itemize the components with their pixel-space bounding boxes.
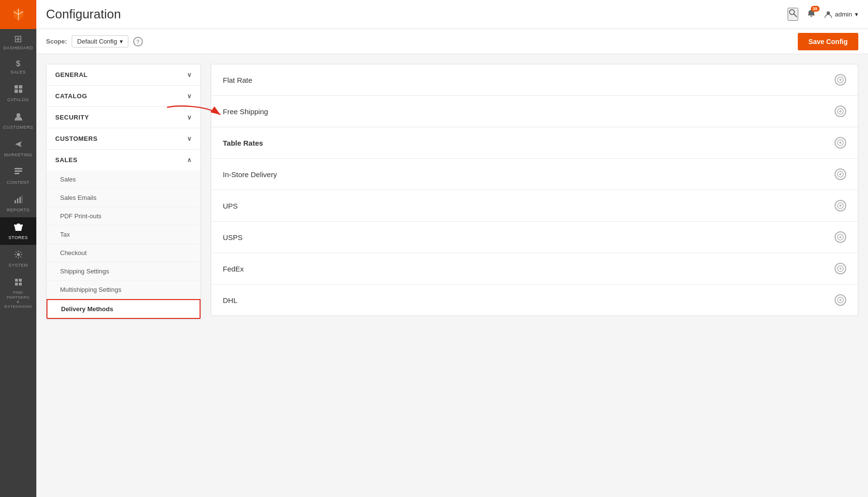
config-row-fedex[interactable]: FedEx xyxy=(211,253,858,285)
top-bar-right: 38 admin ▾ xyxy=(788,8,858,21)
stores-icon xyxy=(14,222,23,233)
svg-rect-2 xyxy=(15,90,18,93)
config-row-free-shipping[interactable]: Free Shipping xyxy=(211,96,858,127)
svg-rect-13 xyxy=(15,279,18,282)
sidebar-item-find-partners[interactable]: FIND PARTNERS& EXTENSIONS xyxy=(0,272,36,314)
sidebar-item-content[interactable]: CONTENT xyxy=(0,162,36,190)
svg-line-18 xyxy=(794,14,797,17)
config-sub-checkout[interactable]: Checkout xyxy=(46,244,201,262)
find-partners-icon xyxy=(14,277,23,288)
scope-dropdown[interactable]: Default Config ▾ xyxy=(72,35,128,47)
sidebar-item-marketing[interactable]: MARKETING xyxy=(0,135,36,162)
svg-rect-6 xyxy=(15,170,22,172)
svg-point-12 xyxy=(17,253,20,256)
free-shipping-title: Free Shipping xyxy=(223,107,268,116)
config-row-usps[interactable]: USPS xyxy=(211,222,858,253)
svg-rect-3 xyxy=(19,90,22,93)
config-section-catalog[interactable]: CATALOG ∨ xyxy=(46,86,201,107)
usps-title: USPS xyxy=(223,233,243,241)
scope-help-icon[interactable]: ? xyxy=(133,37,143,46)
config-sub-sales[interactable]: Sales xyxy=(46,170,201,189)
admin-dropdown-icon: ▾ xyxy=(855,11,858,18)
svg-rect-10 xyxy=(19,197,21,203)
svg-rect-1 xyxy=(19,85,22,89)
scope-label: Scope: xyxy=(46,38,67,45)
scope-left: Scope: Default Config ▾ ? xyxy=(46,35,143,47)
admin-username: admin xyxy=(835,11,852,18)
scope-value: Default Config xyxy=(77,38,117,45)
config-row-ups[interactable]: UPS xyxy=(211,190,858,222)
system-label: SYSTEM xyxy=(8,263,28,268)
marketing-icon xyxy=(14,139,23,151)
sidebar-item-sales[interactable]: $ SALES xyxy=(0,55,36,79)
config-panel-wrapper: Flat Rate Free Shipping Table Rates xyxy=(211,64,858,487)
svg-rect-14 xyxy=(19,279,22,282)
config-row-dhl[interactable]: DHL xyxy=(211,285,858,316)
sidebar-item-reports[interactable]: REPORTS xyxy=(0,190,36,217)
dashboard-icon: ⊞ xyxy=(14,34,22,44)
security-label: SECURITY xyxy=(55,114,89,121)
catalog-label: CATALOG xyxy=(7,97,29,102)
svg-rect-15 xyxy=(15,283,18,286)
free-shipping-expand-icon xyxy=(835,105,846,117)
config-sub-shipping-settings[interactable]: Shipping Settings xyxy=(46,262,201,281)
config-sub-delivery-methods[interactable]: Delivery Methods xyxy=(46,299,201,319)
svg-rect-9 xyxy=(17,198,18,203)
config-section-general[interactable]: GENERAL ∨ xyxy=(46,64,201,86)
sidebar-item-dashboard[interactable]: ⊞ DASHBOARD xyxy=(0,29,36,55)
flat-rate-expand-icon xyxy=(835,74,846,86)
config-row-in-store-delivery[interactable]: In-Store Delivery xyxy=(211,159,858,190)
svg-point-17 xyxy=(790,10,794,15)
sidebar-item-stores[interactable]: STORES xyxy=(0,217,36,245)
body-area: GENERAL ∨ CATALOG ∨ SECURITY ∨ CUSTOMERS… xyxy=(36,54,868,497)
sidebar-item-catalog[interactable]: CATALOG xyxy=(0,79,36,107)
ups-title: UPS xyxy=(223,202,238,210)
svg-rect-8 xyxy=(15,200,16,203)
in-store-delivery-title: In-Store Delivery xyxy=(223,170,277,179)
admin-user-menu[interactable]: admin ▾ xyxy=(824,11,858,18)
content-icon xyxy=(14,167,23,178)
config-panel: Flat Rate Free Shipping Table Rates xyxy=(211,64,858,316)
catalog-section-label: CATALOG xyxy=(55,92,87,100)
scope-bar: Scope: Default Config ▾ ? Save Config xyxy=(36,29,868,54)
customers-section-label: CUSTOMERS xyxy=(55,135,97,142)
config-section-security[interactable]: SECURITY ∨ xyxy=(46,107,201,128)
dashboard-label: DASHBOARD xyxy=(3,45,33,50)
svg-rect-5 xyxy=(15,168,22,169)
config-section-customers[interactable]: CUSTOMERS ∨ xyxy=(46,128,201,150)
help-char: ? xyxy=(136,39,140,45)
config-sub-tax[interactable]: Tax xyxy=(46,226,201,244)
search-button[interactable] xyxy=(788,8,798,21)
ups-expand-icon xyxy=(835,200,846,211)
svg-rect-16 xyxy=(19,283,22,286)
security-chevron: ∨ xyxy=(187,114,192,121)
in-store-delivery-expand-icon xyxy=(835,168,846,180)
svg-rect-11 xyxy=(22,196,22,203)
config-row-table-rates[interactable]: Table Rates xyxy=(211,127,858,159)
left-navigation: ⊞ DASHBOARD $ SALES CATALOG CUSTOMERS MA… xyxy=(0,0,36,497)
notification-bell[interactable]: 38 xyxy=(807,9,816,20)
flat-rate-title: Flat Rate xyxy=(223,76,252,84)
config-sub-sales-emails[interactable]: Sales Emails xyxy=(46,189,201,207)
find-partners-label: FIND PARTNERS& EXTENSIONS xyxy=(2,290,34,309)
config-sub-pdf-print-outs[interactable]: PDF Print-outs xyxy=(46,207,201,226)
fedex-title: FedEx xyxy=(223,265,244,273)
sidebar-item-system[interactable]: SYSTEM xyxy=(0,245,36,272)
general-chevron: ∨ xyxy=(187,71,192,78)
config-row-flat-rate[interactable]: Flat Rate xyxy=(211,64,858,96)
sales-section-label: SALES xyxy=(55,156,78,164)
sales-icon: $ xyxy=(16,60,20,68)
system-icon xyxy=(14,250,23,261)
notification-badge: 38 xyxy=(811,6,820,12)
table-rates-expand-icon xyxy=(835,137,846,149)
customers-label: CUSTOMERS xyxy=(3,125,33,130)
reports-label: REPORTS xyxy=(7,208,30,212)
sidebar-item-customers[interactable]: CUSTOMERS xyxy=(0,107,36,135)
magento-logo xyxy=(0,0,36,29)
catalog-chevron: ∨ xyxy=(187,92,192,100)
catalog-icon xyxy=(14,84,23,95)
save-config-button[interactable]: Save Config xyxy=(798,33,858,50)
config-section-sales[interactable]: SALES ∧ xyxy=(46,150,201,170)
main-content: Configuration 38 admin ▾ Scope: Default … xyxy=(36,0,868,497)
config-sub-multishipping-settings[interactable]: Multishipping Settings xyxy=(46,281,201,299)
